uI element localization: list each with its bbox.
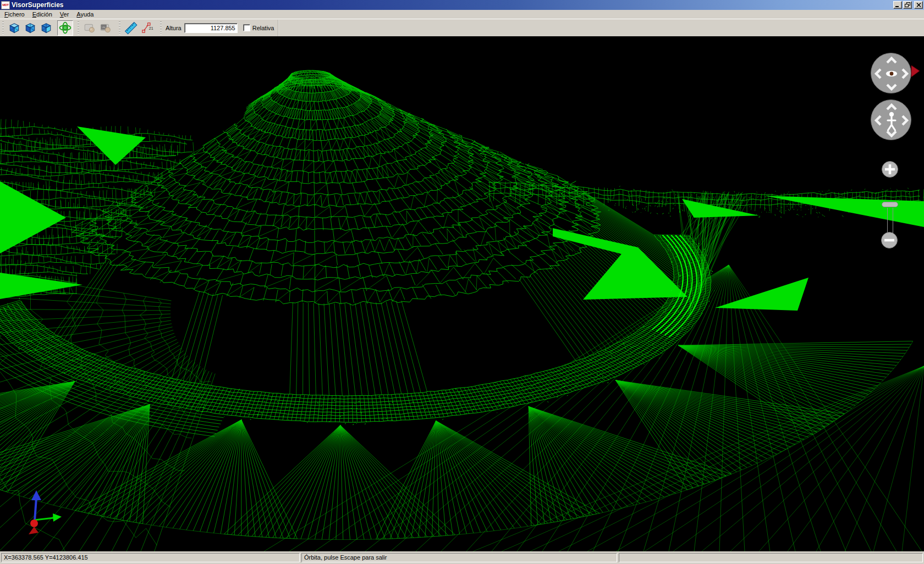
statusbar: X=363378.565 Y=4123806.415 Órbita, pulse… xyxy=(0,551,924,564)
iso-view-1-button[interactable] xyxy=(6,20,22,36)
minimize-button[interactable] xyxy=(893,1,902,9)
relativa-label: Relativa xyxy=(252,25,274,31)
toolbar-grip[interactable] xyxy=(78,21,79,35)
status-coordinates: X=363378.565 Y=4123806.415 xyxy=(1,553,300,562)
shading-button[interactable] xyxy=(81,20,97,36)
menu-edicion[interactable]: Edición xyxy=(29,10,56,18)
menubar: Fichero Edición Ver Ayuda xyxy=(0,10,924,19)
close-icon xyxy=(916,3,921,7)
cube-iso-icon xyxy=(40,22,52,34)
look-right-arrow[interactable] xyxy=(903,69,907,78)
person-icon-body xyxy=(888,117,895,130)
app-window: MDT VisorSuperficies Fichero Edición Ver… xyxy=(0,0,924,564)
restore-button[interactable] xyxy=(903,1,912,9)
compass-needle-icon[interactable] xyxy=(911,65,921,78)
walk-right-arrow[interactable] xyxy=(903,116,907,125)
menu-ayuda[interactable]: Ayuda xyxy=(73,10,97,18)
toolbar: 21 Altura Relativa xyxy=(0,19,924,36)
dimension-button[interactable]: 21 xyxy=(139,20,155,36)
texture-button[interactable] xyxy=(97,20,113,36)
close-button[interactable] xyxy=(914,1,923,9)
cube-iso-icon xyxy=(24,22,36,34)
orbit-control[interactable] xyxy=(871,53,911,93)
walk-control[interactable] xyxy=(871,99,911,140)
eye-pupil xyxy=(890,72,894,76)
plus-icon xyxy=(882,162,898,177)
menu-fichero[interactable]: Fichero xyxy=(1,10,29,18)
restore-icon xyxy=(905,2,911,8)
look-left-arrow[interactable] xyxy=(876,69,881,78)
walk-left-arrow[interactable] xyxy=(876,116,881,125)
altura-input[interactable] xyxy=(184,23,238,33)
orbit-button[interactable] xyxy=(57,20,73,36)
relativa-checkbox[interactable] xyxy=(243,24,250,31)
zoom-in-button[interactable] xyxy=(882,161,898,178)
zoom-out-button[interactable] xyxy=(881,232,898,248)
altura-label: Altura xyxy=(166,25,182,31)
iso-view-2-button[interactable] xyxy=(22,20,38,36)
shading-icon xyxy=(84,22,96,34)
status-mode: Órbita, pulse Escape para salir xyxy=(301,553,617,562)
iso-view-3-button[interactable] xyxy=(38,20,54,36)
walk-up-arrow[interactable] xyxy=(887,105,896,109)
app-icon-label: MDT xyxy=(2,3,9,7)
zoom-slider-handle[interactable] xyxy=(882,202,898,207)
minus-icon xyxy=(882,233,897,248)
toolbar-grip[interactable] xyxy=(119,21,120,35)
toolbar-band-edge xyxy=(278,20,279,36)
look-down-arrow[interactable] xyxy=(887,85,896,89)
toolbar-grip[interactable] xyxy=(2,21,4,35)
titlebar[interactable]: MDT VisorSuperficies xyxy=(0,0,924,10)
viewport-3d[interactable] xyxy=(0,36,924,551)
window-title: VisorSuperficies xyxy=(12,1,64,9)
look-up-arrow[interactable] xyxy=(887,58,896,63)
minimize-icon xyxy=(895,3,900,8)
walk-down-arrow[interactable] xyxy=(887,131,896,136)
orbit-control-icons xyxy=(871,53,912,94)
ruler-icon xyxy=(124,21,138,35)
person-icon xyxy=(889,112,894,117)
dimension-icon-text: 21 xyxy=(148,26,153,30)
status-extra xyxy=(619,553,923,562)
zoom-slider-track[interactable] xyxy=(887,208,893,233)
walk-control-icons xyxy=(871,100,912,141)
texture-icon xyxy=(100,22,112,34)
orbit-icon xyxy=(59,21,72,34)
terrain-canvas[interactable] xyxy=(0,36,924,551)
menu-ver[interactable]: Ver xyxy=(56,10,73,18)
cube-iso-icon xyxy=(8,22,20,34)
dimension-icon: 21 xyxy=(140,21,153,35)
app-icon: MDT xyxy=(1,1,10,9)
ruler-button[interactable] xyxy=(123,20,139,36)
toolbar-grip[interactable] xyxy=(160,21,162,35)
